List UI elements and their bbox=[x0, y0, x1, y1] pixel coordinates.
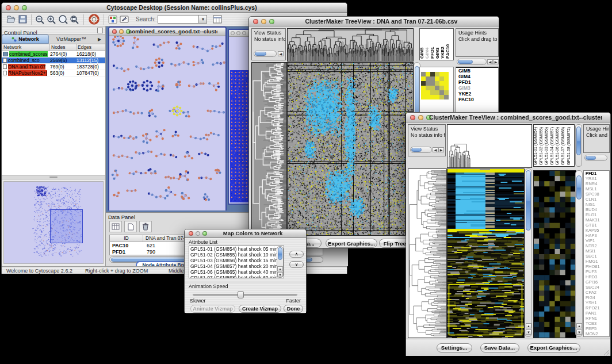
gene-label[interactable]: YKE2 bbox=[456, 91, 498, 97]
gene-label[interactable]: NTR2 bbox=[584, 243, 609, 248]
tab-overflow-button[interactable]: ▶ bbox=[94, 35, 105, 44]
gene-label[interactable]: PEP5 bbox=[584, 326, 609, 331]
column-label[interactable]: PAC10 bbox=[445, 44, 450, 59]
column-label[interactable]: GPL51-03 (GSM856) bbox=[544, 127, 548, 165]
annotation-icon[interactable] bbox=[118, 14, 130, 25]
done-button[interactable]: Done bbox=[284, 305, 303, 313]
table-icon[interactable] bbox=[212, 14, 223, 25]
delete-attribute-icon[interactable] bbox=[139, 221, 152, 232]
tv2-column-dendrogram[interactable] bbox=[447, 124, 532, 168]
scrollbar-thumb[interactable] bbox=[576, 175, 582, 200]
panel-float-icon[interactable] bbox=[97, 28, 103, 33]
attribute-list[interactable]: GPL51-01 (GSM854) heat shock 05 minGPL51… bbox=[189, 246, 284, 278]
scrollbar-thumb[interactable] bbox=[586, 156, 596, 160]
minimize-button[interactable] bbox=[261, 19, 266, 24]
search-input[interactable] bbox=[158, 15, 199, 24]
tab-network[interactable]: Network bbox=[2, 35, 49, 44]
tv2-status-hscrollbar[interactable] bbox=[410, 147, 432, 153]
column-label[interactable]: YKE2 bbox=[440, 47, 445, 59]
column-label[interactable]: GPL51-04 (GSM857) bbox=[550, 127, 554, 165]
gene-label[interactable]: PFD1 bbox=[584, 171, 609, 176]
tv1-heatmap[interactable] bbox=[287, 62, 414, 236]
scroll-right-arrow[interactable]: ▶ bbox=[438, 147, 444, 152]
attribute-select-icon[interactable] bbox=[109, 221, 122, 232]
scroll-down-arrow[interactable]: ▼ bbox=[277, 272, 283, 277]
minimize-button[interactable] bbox=[236, 31, 240, 35]
scroll-left-arrow[interactable]: ◀ bbox=[487, 59, 493, 64]
scrollbar-thumb[interactable] bbox=[576, 127, 581, 155]
tv2-zoom-heatmap[interactable] bbox=[533, 170, 576, 338]
column-header-network[interactable]: Network bbox=[2, 44, 50, 51]
gene-label[interactable]: TCB3 bbox=[584, 321, 609, 326]
scroll-left-arrow[interactable]: ◀ bbox=[433, 147, 438, 152]
move-down-button[interactable]: ∨ bbox=[289, 261, 304, 268]
scrollbar-thumb[interactable] bbox=[278, 247, 282, 260]
gene-label[interactable]: MSL1 bbox=[584, 186, 609, 191]
column-header-id[interactable]: ID bbox=[110, 235, 143, 242]
zoom-button[interactable] bbox=[202, 231, 207, 236]
gene-label[interactable]: BUD4 bbox=[584, 207, 609, 212]
gene-label[interactable]: GIM4 bbox=[456, 74, 498, 79]
dense-network-canvas[interactable] bbox=[230, 70, 250, 202]
column-label[interactable]: GPL51-08 (GSM872) bbox=[567, 127, 571, 165]
scroll-left-arrow[interactable]: ◀ bbox=[278, 51, 284, 56]
attribute-list-item[interactable]: GPL51-01 (GSM854) heat shock 05 min bbox=[189, 246, 284, 252]
animation-speed-slider-track[interactable] bbox=[193, 294, 297, 296]
column-label[interactable]: GPL51-01 (GSM854) bbox=[533, 127, 537, 165]
tv2-heatmap-vscrollbar[interactable]: ▲ ▼ bbox=[525, 168, 532, 337]
new-attribute-icon[interactable] bbox=[124, 221, 137, 232]
gene-label[interactable]: PAN1 bbox=[584, 311, 609, 316]
scroll-up-arrow[interactable]: ▲ bbox=[576, 323, 582, 328]
gene-label[interactable]: GIM5 bbox=[456, 68, 498, 74]
zoom-fit-icon[interactable] bbox=[58, 14, 69, 25]
tv2-heatmap[interactable] bbox=[447, 168, 525, 338]
gene-label[interactable]: HRD3 bbox=[584, 274, 609, 279]
tv2-zoom-vscrollbar[interactable]: ▲ ▼ bbox=[575, 170, 583, 337]
gene-label[interactable]: SPC98 bbox=[584, 191, 609, 197]
gene-label[interactable]: GIM3 bbox=[456, 85, 498, 91]
network-table-row[interactable]: RNAPuberNov2+| 563(0) 107847(0) bbox=[2, 70, 105, 76]
vizmap-icon[interactable] bbox=[107, 14, 118, 25]
move-up-button[interactable]: ∧ bbox=[289, 251, 304, 258]
attribute-list-vscrollbar[interactable]: ▲ ▼ bbox=[277, 246, 284, 278]
attribute-list-item[interactable]: GPL51-06 (GSM865) heat shock 40 min bbox=[189, 269, 284, 275]
tv1-yellow-matrix[interactable] bbox=[421, 72, 449, 99]
birdseye-view-canvas[interactable] bbox=[3, 181, 104, 264]
column-header-nodes[interactable]: Nodes bbox=[50, 44, 76, 51]
help-lifering-icon[interactable] bbox=[87, 14, 101, 25]
tv2-row-dendrogram[interactable] bbox=[408, 168, 447, 338]
tv1-row-dendrogram[interactable] bbox=[251, 62, 287, 236]
create-vizmap-button[interactable]: Create Vizmap bbox=[239, 305, 281, 313]
attribute-list-item[interactable]: GPL51-03 (GSM856) heat shock 15 min bbox=[189, 258, 284, 263]
tv2-hints-hscrollbar[interactable] bbox=[584, 155, 607, 161]
gene-label[interactable]: YSH1 bbox=[584, 300, 609, 305]
gene-label[interactable]: GTB1 bbox=[584, 223, 609, 228]
search-dropdown-button[interactable]: ▼ bbox=[199, 15, 207, 24]
minimize-button[interactable] bbox=[418, 115, 423, 120]
gene-label[interactable]: HAP3 bbox=[584, 233, 609, 238]
column-header-edges[interactable]: Edges bbox=[76, 44, 105, 51]
network-window-titlebar[interactable]: combined_scores_good.txt--cluste... bbox=[109, 28, 225, 36]
zoom-button[interactable] bbox=[242, 31, 246, 35]
gene-label[interactable]: KAP95 bbox=[584, 228, 609, 233]
column-label[interactable]: GPL51-02 (GSM855) bbox=[539, 127, 543, 165]
gene-label[interactable]: MON2 bbox=[584, 331, 609, 336]
dialog-titlebar[interactable]: Map Colors to Network bbox=[185, 229, 306, 238]
tv2-settings-button[interactable]: Settings... bbox=[437, 343, 472, 352]
background-window-titlebar[interactable] bbox=[229, 30, 251, 37]
column-label[interactable]: GPL51-06 (GSM865) bbox=[555, 127, 559, 165]
animate-vizmap-button[interactable]: Animate Vizmap bbox=[190, 305, 235, 313]
gene-label[interactable]: RPO21 bbox=[584, 305, 609, 311]
scrollbar-thumb[interactable] bbox=[411, 148, 422, 152]
resize-grip[interactable] bbox=[603, 349, 610, 356]
scroll-right-arrow[interactable]: ▶ bbox=[493, 59, 499, 64]
gene-label[interactable]: PAC10 bbox=[456, 97, 498, 102]
attribute-list-item[interactable]: GPL51-02 (GSM855) heat shock 10 min bbox=[189, 252, 284, 258]
column-label[interactable]: GIM4 bbox=[424, 47, 430, 59]
close-button[interactable] bbox=[410, 115, 415, 120]
scrollbar-thumb[interactable] bbox=[526, 170, 531, 231]
zoom-in-icon[interactable] bbox=[46, 14, 58, 25]
network-table-row[interactable]: DNA and Tran 07 769(0) 183728(0) bbox=[2, 64, 105, 70]
scrollbar-thumb[interactable] bbox=[458, 60, 473, 64]
close-button[interactable] bbox=[112, 29, 117, 34]
